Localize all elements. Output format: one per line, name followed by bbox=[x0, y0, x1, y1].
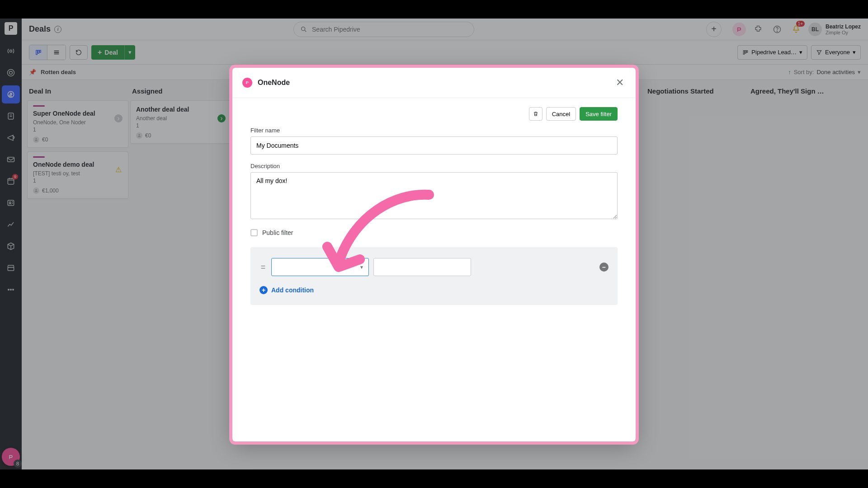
close-button[interactable]: ✕ bbox=[614, 75, 626, 90]
condition-field-select[interactable]: ▼ bbox=[271, 258, 369, 276]
condition-row: = ▼ – bbox=[259, 258, 609, 276]
filter-name-label: Filter name bbox=[250, 127, 618, 134]
modal-actions: Cancel Save filter bbox=[250, 107, 618, 121]
operator-label: = bbox=[259, 263, 267, 272]
conditions-panel: = ▼ – + Add condition bbox=[250, 247, 618, 305]
modal-header: OneNode ✕ bbox=[232, 68, 636, 98]
onenode-logo-icon bbox=[242, 78, 252, 88]
save-filter-button[interactable]: Save filter bbox=[580, 107, 618, 121]
filter-name-input[interactable] bbox=[250, 136, 618, 155]
add-condition-label: Add condition bbox=[271, 286, 314, 294]
add-condition-button[interactable]: + Add condition bbox=[259, 286, 609, 294]
modal-title: OneNode bbox=[258, 79, 290, 87]
remove-condition-button[interactable]: – bbox=[599, 263, 609, 272]
public-filter-label: Public filter bbox=[262, 229, 293, 236]
condition-value-input[interactable] bbox=[373, 258, 471, 276]
filter-modal: OneNode ✕ Cancel Save filter Filter name… bbox=[232, 68, 636, 441]
cancel-button[interactable]: Cancel bbox=[546, 107, 576, 121]
description-label: Description bbox=[250, 163, 618, 169]
chevron-down-icon: ▼ bbox=[359, 265, 364, 270]
plus-icon: + bbox=[259, 286, 268, 294]
checkbox-icon bbox=[250, 229, 258, 236]
description-input[interactable] bbox=[250, 172, 618, 219]
modal-body: Cancel Save filter Filter name Descripti… bbox=[232, 98, 636, 441]
delete-filter-button[interactable] bbox=[529, 107, 542, 121]
public-filter-checkbox[interactable]: Public filter bbox=[250, 229, 618, 236]
